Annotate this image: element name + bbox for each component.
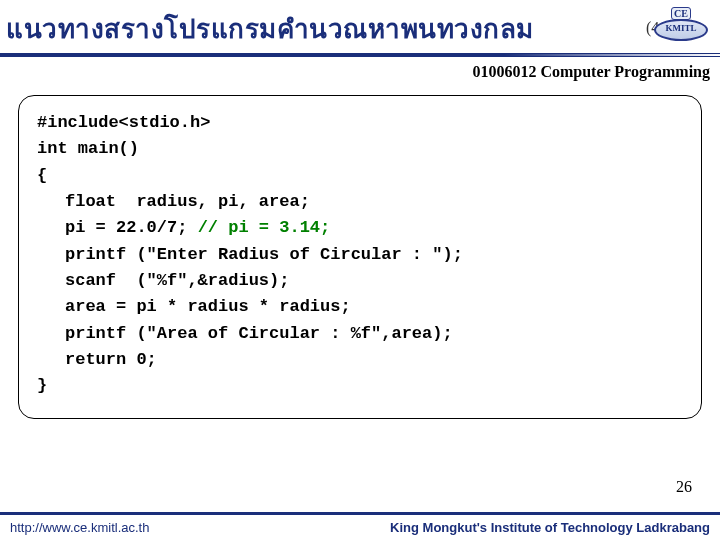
slide-footer: http://www.ce.kmitl.ac.th King Mongkut's… — [0, 512, 720, 540]
page-number: 26 — [676, 478, 692, 496]
code-line: { — [37, 163, 683, 189]
footer-institution: King Mongkut's Institute of Technology L… — [390, 520, 710, 535]
code-line: printf ("Enter Radius of Circular : "); — [37, 242, 683, 268]
code-text: pi = 22.0/7; — [65, 218, 198, 237]
code-line: float radius, pi, area; — [37, 189, 683, 215]
code-line: area = pi * radius * radius; — [37, 294, 683, 320]
code-comment: // pi = 3.14; — [198, 218, 331, 237]
slide-header: แนวทางสรางโปรแกรมคำนวณหาพนทวงกลม (4 CE K… — [0, 0, 720, 53]
code-block: #include<stdio.h> int main() { float rad… — [18, 95, 702, 419]
code-line: pi = 22.0/7; // pi = 3.14; — [37, 215, 683, 241]
logo-text-bottom: KMITL — [665, 23, 696, 33]
code-line: return 0; — [37, 347, 683, 373]
code-line: printf ("Area of Circular : %f",area); — [37, 321, 683, 347]
code-line: } — [37, 373, 683, 399]
code-line: scanf ("%f",&radius); — [37, 268, 683, 294]
footer-url: http://www.ce.kmitl.ac.th — [10, 520, 149, 535]
code-line: int main() — [37, 136, 683, 162]
slide-title: แนวทางสรางโปรแกรมคำนวณหาพนทวงกลม — [6, 8, 534, 49]
logo-text-top: CE — [671, 7, 691, 20]
header-divider — [0, 53, 720, 57]
institution-logo: (4 CE KMITL — [654, 9, 708, 49]
code-line: #include<stdio.h> — [37, 110, 683, 136]
course-code-label: 01006012 Computer Programming — [0, 59, 720, 95]
